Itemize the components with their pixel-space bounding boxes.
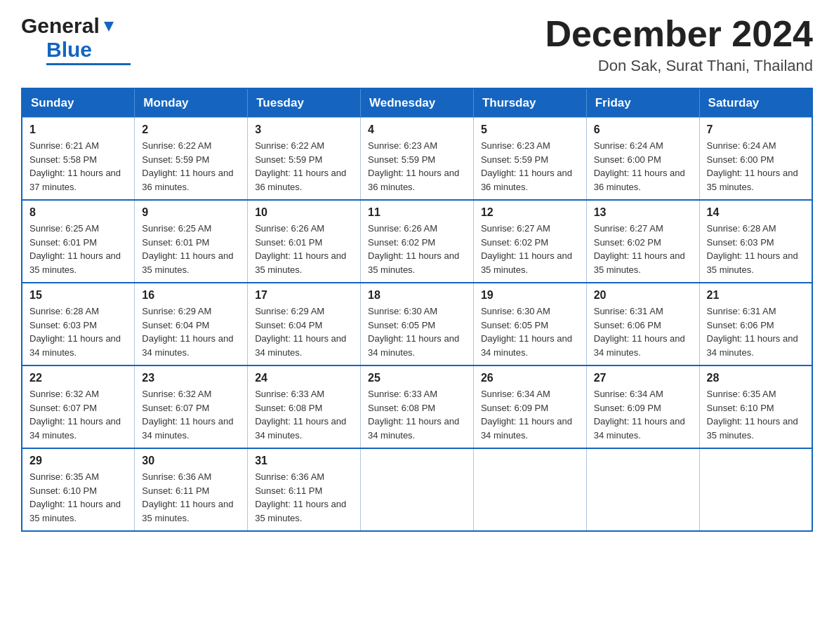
title-block: December 2024 Don Sak, Surat Thani, Thai… xyxy=(545,14,813,75)
calendar-cell: 31 Sunrise: 6:36 AM Sunset: 6:11 PM Dayl… xyxy=(248,448,361,531)
day-number: 22 xyxy=(29,372,127,384)
day-number: 3 xyxy=(255,123,353,136)
calendar-cell: 28 Sunrise: 6:35 AM Sunset: 6:10 PM Dayl… xyxy=(699,365,812,448)
day-info: Sunrise: 6:36 AM Sunset: 6:11 PM Dayligh… xyxy=(255,470,353,525)
calendar-cell: 9 Sunrise: 6:25 AM Sunset: 6:01 PM Dayli… xyxy=(135,200,248,283)
page-subtitle: Don Sak, Surat Thani, Thailand xyxy=(545,57,813,75)
calendar-cell: 1 Sunrise: 6:21 AM Sunset: 5:58 PM Dayli… xyxy=(22,118,135,201)
day-info: Sunrise: 6:21 AM Sunset: 5:58 PM Dayligh… xyxy=(29,139,127,194)
calendar-cell: 29 Sunrise: 6:35 AM Sunset: 6:10 PM Dayl… xyxy=(22,448,135,531)
day-info: Sunrise: 6:24 AM Sunset: 6:00 PM Dayligh… xyxy=(707,139,805,194)
calendar-week-row-1: 1 Sunrise: 6:21 AM Sunset: 5:58 PM Dayli… xyxy=(22,118,812,201)
day-number: 8 xyxy=(29,206,127,219)
svg-marker-0 xyxy=(104,22,114,32)
calendar-cell: 10 Sunrise: 6:26 AM Sunset: 6:01 PM Dayl… xyxy=(248,200,361,283)
day-number: 5 xyxy=(481,123,579,136)
day-info: Sunrise: 6:30 AM Sunset: 6:05 PM Dayligh… xyxy=(481,304,579,359)
day-number: 10 xyxy=(255,206,353,219)
calendar-cell: 27 Sunrise: 6:34 AM Sunset: 6:09 PM Dayl… xyxy=(586,365,699,448)
day-number: 14 xyxy=(707,206,805,219)
calendar-cell: 13 Sunrise: 6:27 AM Sunset: 6:02 PM Dayl… xyxy=(586,200,699,283)
day-number: 16 xyxy=(142,289,240,302)
calendar-week-row-3: 15 Sunrise: 6:28 AM Sunset: 6:03 PM Dayl… xyxy=(22,283,812,365)
calendar-cell: 14 Sunrise: 6:28 AM Sunset: 6:03 PM Dayl… xyxy=(699,200,812,283)
day-info: Sunrise: 6:30 AM Sunset: 6:05 PM Dayligh… xyxy=(368,304,466,359)
day-info: Sunrise: 6:29 AM Sunset: 6:04 PM Dayligh… xyxy=(142,304,240,359)
day-number: 11 xyxy=(368,206,466,219)
day-info: Sunrise: 6:31 AM Sunset: 6:06 PM Dayligh… xyxy=(707,304,805,359)
day-info: Sunrise: 6:23 AM Sunset: 5:59 PM Dayligh… xyxy=(481,139,579,194)
header-tuesday: Tuesday xyxy=(248,88,361,118)
day-number: 1 xyxy=(29,123,127,136)
calendar-cell: 6 Sunrise: 6:24 AM Sunset: 6:00 PM Dayli… xyxy=(586,118,699,201)
logo-general-text: General xyxy=(21,14,100,38)
day-number: 31 xyxy=(255,455,353,467)
calendar-cell: 26 Sunrise: 6:34 AM Sunset: 6:09 PM Dayl… xyxy=(473,365,586,448)
day-info: Sunrise: 6:28 AM Sunset: 6:03 PM Dayligh… xyxy=(29,304,127,359)
page-title: December 2024 xyxy=(545,14,813,54)
header-sunday: Sunday xyxy=(22,88,135,118)
calendar-cell: 19 Sunrise: 6:30 AM Sunset: 6:05 PM Dayl… xyxy=(473,283,586,365)
calendar-cell xyxy=(473,448,586,531)
calendar-week-row-2: 8 Sunrise: 6:25 AM Sunset: 6:01 PM Dayli… xyxy=(22,200,812,283)
day-info: Sunrise: 6:25 AM Sunset: 6:01 PM Dayligh… xyxy=(142,222,240,276)
calendar-cell: 3 Sunrise: 6:22 AM Sunset: 5:59 PM Dayli… xyxy=(248,118,361,201)
day-number: 6 xyxy=(594,123,692,136)
day-info: Sunrise: 6:22 AM Sunset: 5:59 PM Dayligh… xyxy=(142,139,240,194)
day-number: 13 xyxy=(594,206,692,219)
day-info: Sunrise: 6:31 AM Sunset: 6:06 PM Dayligh… xyxy=(594,304,692,359)
day-info: Sunrise: 6:34 AM Sunset: 6:09 PM Dayligh… xyxy=(594,387,692,442)
calendar-cell xyxy=(699,448,812,531)
header-monday: Monday xyxy=(135,88,248,118)
day-info: Sunrise: 6:34 AM Sunset: 6:09 PM Dayligh… xyxy=(481,387,579,442)
day-info: Sunrise: 6:23 AM Sunset: 5:59 PM Dayligh… xyxy=(368,139,466,194)
day-number: 18 xyxy=(368,289,466,302)
day-number: 23 xyxy=(142,372,240,384)
logo-underline xyxy=(46,63,131,65)
header-wednesday: Wednesday xyxy=(361,88,474,118)
day-info: Sunrise: 6:35 AM Sunset: 6:10 PM Dayligh… xyxy=(29,470,127,525)
day-number: 19 xyxy=(481,289,579,302)
header-friday: Friday xyxy=(586,88,699,118)
calendar-cell: 23 Sunrise: 6:32 AM Sunset: 6:07 PM Dayl… xyxy=(135,365,248,448)
day-number: 7 xyxy=(707,123,805,136)
logo-triangle-icon xyxy=(101,19,117,34)
logo: General Blue xyxy=(21,14,131,65)
calendar-cell: 18 Sunrise: 6:30 AM Sunset: 6:05 PM Dayl… xyxy=(361,283,474,365)
day-info: Sunrise: 6:32 AM Sunset: 6:07 PM Dayligh… xyxy=(142,387,240,442)
calendar-cell: 16 Sunrise: 6:29 AM Sunset: 6:04 PM Dayl… xyxy=(135,283,248,365)
calendar-cell: 22 Sunrise: 6:32 AM Sunset: 6:07 PM Dayl… xyxy=(22,365,135,448)
day-number: 28 xyxy=(707,372,805,384)
day-number: 15 xyxy=(29,289,127,302)
calendar-cell: 15 Sunrise: 6:28 AM Sunset: 6:03 PM Dayl… xyxy=(22,283,135,365)
calendar-cell: 2 Sunrise: 6:22 AM Sunset: 5:59 PM Dayli… xyxy=(135,118,248,201)
calendar-cell: 8 Sunrise: 6:25 AM Sunset: 6:01 PM Dayli… xyxy=(22,200,135,283)
day-number: 17 xyxy=(255,289,353,302)
day-info: Sunrise: 6:35 AM Sunset: 6:10 PM Dayligh… xyxy=(707,387,805,442)
day-number: 9 xyxy=(142,206,240,219)
day-number: 4 xyxy=(368,123,466,136)
day-info: Sunrise: 6:33 AM Sunset: 6:08 PM Dayligh… xyxy=(368,387,466,442)
calendar-cell: 5 Sunrise: 6:23 AM Sunset: 5:59 PM Dayli… xyxy=(473,118,586,201)
day-info: Sunrise: 6:22 AM Sunset: 5:59 PM Dayligh… xyxy=(255,139,353,194)
calendar-cell: 12 Sunrise: 6:27 AM Sunset: 6:02 PM Dayl… xyxy=(473,200,586,283)
calendar-cell: 25 Sunrise: 6:33 AM Sunset: 6:08 PM Dayl… xyxy=(361,365,474,448)
calendar-cell: 11 Sunrise: 6:26 AM Sunset: 6:02 PM Dayl… xyxy=(361,200,474,283)
day-info: Sunrise: 6:33 AM Sunset: 6:08 PM Dayligh… xyxy=(255,387,353,442)
day-number: 24 xyxy=(255,372,353,384)
day-info: Sunrise: 6:27 AM Sunset: 6:02 PM Dayligh… xyxy=(481,222,579,276)
calendar-cell xyxy=(361,448,474,531)
calendar-cell: 24 Sunrise: 6:33 AM Sunset: 6:08 PM Dayl… xyxy=(248,365,361,448)
day-number: 25 xyxy=(368,372,466,384)
day-number: 20 xyxy=(594,289,692,302)
calendar-cell: 17 Sunrise: 6:29 AM Sunset: 6:04 PM Dayl… xyxy=(248,283,361,365)
day-info: Sunrise: 6:25 AM Sunset: 6:01 PM Dayligh… xyxy=(29,222,127,276)
day-info: Sunrise: 6:36 AM Sunset: 6:11 PM Dayligh… xyxy=(142,470,240,525)
calendar-cell: 20 Sunrise: 6:31 AM Sunset: 6:06 PM Dayl… xyxy=(586,283,699,365)
day-info: Sunrise: 6:26 AM Sunset: 6:02 PM Dayligh… xyxy=(368,222,466,276)
header-saturday: Saturday xyxy=(699,88,812,118)
calendar-week-row-5: 29 Sunrise: 6:35 AM Sunset: 6:10 PM Dayl… xyxy=(22,448,812,531)
day-info: Sunrise: 6:29 AM Sunset: 6:04 PM Dayligh… xyxy=(255,304,353,359)
calendar-cell: 7 Sunrise: 6:24 AM Sunset: 6:00 PM Dayli… xyxy=(699,118,812,201)
calendar-week-row-4: 22 Sunrise: 6:32 AM Sunset: 6:07 PM Dayl… xyxy=(22,365,812,448)
